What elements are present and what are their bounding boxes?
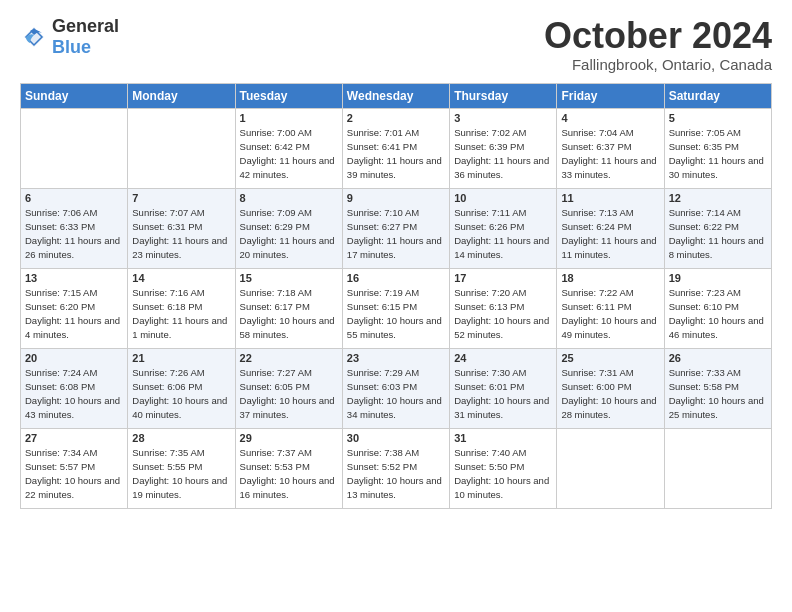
calendar-cell: 15Sunrise: 7:18 AMSunset: 6:17 PMDayligh… <box>235 268 342 348</box>
day-info: Sunrise: 7:09 AMSunset: 6:29 PMDaylight:… <box>240 206 338 263</box>
calendar-cell: 11Sunrise: 7:13 AMSunset: 6:24 PMDayligh… <box>557 188 664 268</box>
calendar-cell: 8Sunrise: 7:09 AMSunset: 6:29 PMDaylight… <box>235 188 342 268</box>
header-monday: Monday <box>128 83 235 108</box>
day-info-line: Sunset: 5:58 PM <box>669 381 739 392</box>
day-info: Sunrise: 7:15 AMSunset: 6:20 PMDaylight:… <box>25 286 123 343</box>
calendar-cell: 31Sunrise: 7:40 AMSunset: 5:50 PMDayligh… <box>450 428 557 508</box>
day-info-line: Sunset: 5:50 PM <box>454 461 524 472</box>
day-info-line: Sunrise: 7:11 AM <box>454 207 526 218</box>
calendar-cell: 26Sunrise: 7:33 AMSunset: 5:58 PMDayligh… <box>664 348 771 428</box>
day-info-line: Daylight: 10 hours and 43 minutes. <box>25 395 120 420</box>
day-info-line: Sunset: 6:41 PM <box>347 141 417 152</box>
calendar-cell: 7Sunrise: 7:07 AMSunset: 6:31 PMDaylight… <box>128 188 235 268</box>
day-info-line: Sunrise: 7:02 AM <box>454 127 526 138</box>
day-info-line: Sunset: 6:08 PM <box>25 381 95 392</box>
day-info-line: Sunset: 5:53 PM <box>240 461 310 472</box>
day-info-line: Sunset: 6:13 PM <box>454 301 524 312</box>
day-info-line: Daylight: 11 hours and 23 minutes. <box>132 235 227 260</box>
day-info-line: Daylight: 11 hours and 36 minutes. <box>454 155 549 180</box>
calendar-week-5: 27Sunrise: 7:34 AMSunset: 5:57 PMDayligh… <box>21 428 772 508</box>
day-info: Sunrise: 7:05 AMSunset: 6:35 PMDaylight:… <box>669 126 767 183</box>
day-number: 4 <box>561 112 659 124</box>
day-number: 21 <box>132 352 230 364</box>
day-info: Sunrise: 7:18 AMSunset: 6:17 PMDaylight:… <box>240 286 338 343</box>
calendar-cell: 19Sunrise: 7:23 AMSunset: 6:10 PMDayligh… <box>664 268 771 348</box>
day-number: 23 <box>347 352 445 364</box>
day-info-line: Sunset: 6:11 PM <box>561 301 631 312</box>
day-info-line: Sunset: 5:57 PM <box>25 461 95 472</box>
day-info-line: Daylight: 11 hours and 11 minutes. <box>561 235 656 260</box>
day-info: Sunrise: 7:31 AMSunset: 6:00 PMDaylight:… <box>561 366 659 423</box>
day-info-line: Daylight: 10 hours and 25 minutes. <box>669 395 764 420</box>
day-number: 12 <box>669 192 767 204</box>
day-info: Sunrise: 7:26 AMSunset: 6:06 PMDaylight:… <box>132 366 230 423</box>
calendar-cell: 13Sunrise: 7:15 AMSunset: 6:20 PMDayligh… <box>21 268 128 348</box>
day-info-line: Sunrise: 7:37 AM <box>240 447 312 458</box>
day-info-line: Sunset: 6:42 PM <box>240 141 310 152</box>
day-info-line: Daylight: 10 hours and 52 minutes. <box>454 315 549 340</box>
day-info-line: Sunset: 6:31 PM <box>132 221 202 232</box>
calendar-cell: 6Sunrise: 7:06 AMSunset: 6:33 PMDaylight… <box>21 188 128 268</box>
day-info-line: Sunset: 6:35 PM <box>669 141 739 152</box>
day-info-line: Sunrise: 7:07 AM <box>132 207 204 218</box>
day-number: 14 <box>132 272 230 284</box>
calendar-cell <box>21 108 128 188</box>
logo-text: General Blue <box>52 16 119 58</box>
calendar-cell: 29Sunrise: 7:37 AMSunset: 5:53 PMDayligh… <box>235 428 342 508</box>
day-info: Sunrise: 7:07 AMSunset: 6:31 PMDaylight:… <box>132 206 230 263</box>
calendar-cell: 30Sunrise: 7:38 AMSunset: 5:52 PMDayligh… <box>342 428 449 508</box>
day-number: 31 <box>454 432 552 444</box>
day-info-line: Sunrise: 7:15 AM <box>25 287 97 298</box>
day-info-line: Sunrise: 7:30 AM <box>454 367 526 378</box>
calendar-cell: 21Sunrise: 7:26 AMSunset: 6:06 PMDayligh… <box>128 348 235 428</box>
day-info: Sunrise: 7:40 AMSunset: 5:50 PMDaylight:… <box>454 446 552 503</box>
day-info-line: Daylight: 11 hours and 20 minutes. <box>240 235 335 260</box>
day-info: Sunrise: 7:34 AMSunset: 5:57 PMDaylight:… <box>25 446 123 503</box>
day-info-line: Sunset: 6:06 PM <box>132 381 202 392</box>
day-info-line: Daylight: 11 hours and 42 minutes. <box>240 155 335 180</box>
day-info-line: Daylight: 10 hours and 37 minutes. <box>240 395 335 420</box>
day-info-line: Sunrise: 7:24 AM <box>25 367 97 378</box>
day-info: Sunrise: 7:29 AMSunset: 6:03 PMDaylight:… <box>347 366 445 423</box>
day-number: 1 <box>240 112 338 124</box>
day-info: Sunrise: 7:33 AMSunset: 5:58 PMDaylight:… <box>669 366 767 423</box>
day-info-line: Daylight: 10 hours and 58 minutes. <box>240 315 335 340</box>
day-info-line: Sunrise: 7:01 AM <box>347 127 419 138</box>
day-info-line: Sunrise: 7:05 AM <box>669 127 741 138</box>
calendar-cell: 28Sunrise: 7:35 AMSunset: 5:55 PMDayligh… <box>128 428 235 508</box>
day-info-line: Sunrise: 7:18 AM <box>240 287 312 298</box>
day-info-line: Daylight: 10 hours and 49 minutes. <box>561 315 656 340</box>
day-info-line: Sunset: 6:00 PM <box>561 381 631 392</box>
header-friday: Friday <box>557 83 664 108</box>
day-info-line: Daylight: 10 hours and 10 minutes. <box>454 475 549 500</box>
day-number: 24 <box>454 352 552 364</box>
day-info-line: Daylight: 10 hours and 16 minutes. <box>240 475 335 500</box>
calendar-cell: 3Sunrise: 7:02 AMSunset: 6:39 PMDaylight… <box>450 108 557 188</box>
day-info-line: Daylight: 11 hours and 8 minutes. <box>669 235 764 260</box>
day-info-line: Sunrise: 7:20 AM <box>454 287 526 298</box>
header-thursday: Thursday <box>450 83 557 108</box>
day-number: 8 <box>240 192 338 204</box>
day-number: 7 <box>132 192 230 204</box>
day-number: 22 <box>240 352 338 364</box>
day-info-line: Daylight: 11 hours and 33 minutes. <box>561 155 656 180</box>
day-info-line: Sunset: 6:22 PM <box>669 221 739 232</box>
day-info-line: Sunset: 6:10 PM <box>669 301 739 312</box>
day-info: Sunrise: 7:13 AMSunset: 6:24 PMDaylight:… <box>561 206 659 263</box>
header-wednesday: Wednesday <box>342 83 449 108</box>
day-info: Sunrise: 7:24 AMSunset: 6:08 PMDaylight:… <box>25 366 123 423</box>
day-info: Sunrise: 7:22 AMSunset: 6:11 PMDaylight:… <box>561 286 659 343</box>
day-info: Sunrise: 7:06 AMSunset: 6:33 PMDaylight:… <box>25 206 123 263</box>
day-info-line: Daylight: 11 hours and 30 minutes. <box>669 155 764 180</box>
day-info-line: Sunrise: 7:10 AM <box>347 207 419 218</box>
day-info-line: Sunrise: 7:27 AM <box>240 367 312 378</box>
day-number: 29 <box>240 432 338 444</box>
day-info: Sunrise: 7:00 AMSunset: 6:42 PMDaylight:… <box>240 126 338 183</box>
day-info-line: Sunrise: 7:35 AM <box>132 447 204 458</box>
calendar-cell: 17Sunrise: 7:20 AMSunset: 6:13 PMDayligh… <box>450 268 557 348</box>
day-info-line: Sunrise: 7:22 AM <box>561 287 633 298</box>
day-info: Sunrise: 7:16 AMSunset: 6:18 PMDaylight:… <box>132 286 230 343</box>
day-number: 28 <box>132 432 230 444</box>
day-info-line: Sunrise: 7:40 AM <box>454 447 526 458</box>
calendar-cell: 12Sunrise: 7:14 AMSunset: 6:22 PMDayligh… <box>664 188 771 268</box>
